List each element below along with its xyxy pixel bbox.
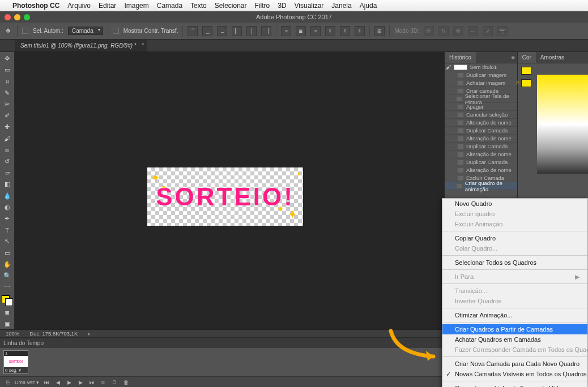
edit-toolbar[interactable]: ⋯ — [1, 282, 14, 293]
menu-item[interactable]: Copiar Quadro — [442, 233, 587, 243]
auto-select-dropdown[interactable]: Camada — [68, 27, 103, 35]
menu-item[interactable]: Selecionar Todos os Quadros — [442, 257, 587, 268]
history-step[interactable]: Duplicar imagem — [445, 71, 517, 79]
distribute-bottom-button[interactable]: ≡ — [310, 26, 321, 36]
first-frame-button[interactable]: ⏮ — [42, 379, 50, 386]
convert-timeline-icon[interactable]: ⎘ — [3, 379, 11, 386]
blur-tool[interactable]: 💧 — [1, 190, 14, 201]
menu-filtro[interactable]: Filtro — [254, 2, 270, 10]
align-right-button[interactable]: ▕ — [261, 26, 271, 36]
gradient-tool[interactable]: ◧ — [1, 179, 14, 190]
shape-tool[interactable]: ▭ — [1, 247, 14, 258]
spot-heal-tool[interactable]: ✚ — [1, 122, 14, 132]
screen-mode-button[interactable]: ▣ — [1, 319, 14, 329]
align-vmiddle-button[interactable]: ⎯ — [202, 26, 212, 36]
menu-item[interactable]: Achatar Quadros em Camadas — [442, 334, 587, 345]
history-panel-menu-icon[interactable]: ≡ — [509, 54, 517, 61]
timeline-flyout-menu[interactable]: Novo QuadroExcluir quadroExcluir Animaçã… — [442, 198, 588, 387]
new-frame-button[interactable]: 🗋 — [110, 379, 118, 386]
eraser-tool[interactable]: ▱ — [1, 167, 14, 178]
app-name[interactable]: Photoshop CC — [12, 2, 59, 10]
distribute-right-button[interactable]: ⦀ — [355, 26, 365, 36]
crop-tool[interactable]: ✂ — [1, 99, 14, 110]
history-step[interactable]: Selecionar Tela de Pintura — [445, 95, 517, 103]
menu-camada[interactable]: Camada — [157, 2, 182, 10]
animation-frame[interactable]: 1 SORTEIO! 0 seg. ▾ — [3, 350, 28, 374]
next-frame-button[interactable]: ▶ — [76, 379, 84, 386]
menu-item[interactable]: Otimizar Animação... — [442, 310, 587, 320]
distribute-top-button[interactable]: ≡ — [281, 26, 291, 36]
menu-texto[interactable]: Texto — [190, 2, 207, 10]
document-tab[interactable]: Sem título1 @ 100% (figura11.png, RGB/8#… — [15, 40, 147, 51]
path-select-tool[interactable]: ↖ — [1, 236, 14, 247]
move-tool[interactable]: ✥ — [1, 53, 14, 64]
menu-3d[interactable]: 3D — [278, 2, 286, 10]
history-brush-tool[interactable]: ↺ — [1, 156, 14, 167]
close-tab-icon[interactable]: × — [141, 41, 144, 47]
auto-select-checkbox[interactable] — [22, 28, 28, 34]
canvas-area[interactable]: ✦ ✦ ✦ ✦ ✦ SORTEIO! — [15, 52, 445, 329]
color-swatches[interactable] — [2, 295, 13, 306]
tween-button[interactable]: ⧈ — [99, 379, 107, 386]
zoom-level[interactable]: 100% — [6, 330, 19, 337]
history-step[interactable]: Duplicar Camada — [445, 143, 517, 150]
prev-frame-button[interactable]: ◀ — [54, 379, 62, 386]
menu-visualizar[interactable]: Visualizar — [295, 2, 324, 10]
history-step[interactable]: Alteração de nome — [445, 150, 517, 158]
distribute-vmiddle-button[interactable]: ≣ — [296, 26, 306, 36]
color-panel-tab[interactable]: Cor — [518, 52, 536, 63]
history-step[interactable]: Alteração de nome — [445, 119, 517, 127]
history-step[interactable]: Duplicar Camada — [445, 158, 517, 166]
maximize-window-button[interactable] — [24, 14, 30, 20]
history-step[interactable]: Criar quadro de animação — [445, 182, 517, 190]
close-window-button[interactable] — [5, 14, 11, 20]
menu-item[interactable]: Novas Camadas Visíveis em Todos os Quadr… — [442, 369, 587, 379]
menu-janela[interactable]: Janela — [331, 2, 351, 10]
loop-dropdown[interactable]: Uma vez ▾ — [15, 380, 39, 385]
history-snapshot[interactable]: 🖌 Sem título1 — [445, 63, 517, 71]
dodge-tool[interactable]: ◐ — [1, 202, 14, 213]
align-bottom-button[interactable]: ⎽ — [217, 26, 227, 36]
menu-item[interactable]: Criar Nova Camada para Cada Novo Quadro — [442, 359, 587, 369]
auto-align-button[interactable]: ⊞ — [374, 26, 385, 36]
timeline-panel-tab[interactable]: Linha do Tempo — [3, 340, 44, 346]
play-button[interactable]: ▶ — [65, 379, 73, 386]
lasso-tool[interactable]: ⌗ — [1, 76, 14, 87]
brush-tool[interactable]: 🖌 — [1, 133, 14, 144]
color-panel[interactable] — [518, 63, 588, 177]
color-fg-box[interactable] — [521, 67, 531, 75]
menu-selecionar[interactable]: Selecionar — [215, 2, 247, 10]
eyedropper-tool[interactable]: ✐ — [1, 110, 14, 121]
statusbar-menu-icon[interactable]: ▸ — [88, 330, 91, 337]
history-step[interactable]: Alteração de nome — [445, 166, 517, 174]
history-step[interactable]: Alteração de nome — [445, 135, 517, 143]
history-step[interactable]: Cancelar seleção — [445, 111, 517, 119]
quick-mask-button[interactable]: ◙ — [1, 307, 14, 317]
history-panel-tab[interactable]: Histórico — [445, 52, 476, 63]
background-color[interactable] — [5, 298, 13, 306]
menu-item[interactable]: Novo Quadro — [442, 199, 587, 209]
menu-item[interactable]: Criar Quadros a Partir de Camadas — [442, 324, 587, 334]
doc-size-info[interactable]: Doc: 175,8K/703,1K — [29, 330, 78, 337]
clone-stamp-tool[interactable]: ⧈ — [1, 145, 14, 156]
color-picker-ramp[interactable] — [537, 75, 588, 174]
menu-arquivo[interactable]: Arquivo — [67, 2, 91, 10]
last-frame-button[interactable]: ⏭ — [88, 379, 96, 386]
pen-tool[interactable]: ✒ — [1, 213, 14, 224]
history-step[interactable]: Duplicar Camada — [445, 127, 517, 135]
history-step[interactable]: Achatar imagem — [445, 79, 517, 87]
align-top-button[interactable]: ⎺ — [188, 26, 198, 36]
zoom-tool[interactable]: 🔍 — [1, 270, 14, 281]
document-canvas[interactable]: ✦ ✦ ✦ ✦ ✦ SORTEIO! — [147, 167, 303, 226]
hand-tool[interactable]: ✋ — [1, 259, 14, 270]
quick-select-tool[interactable]: ✎ — [1, 88, 14, 98]
delete-frame-button[interactable]: 🗑 — [122, 379, 130, 386]
menu-item[interactable]: Converter em Linha do Tempo de Vídeo — [442, 383, 587, 387]
color-bg-box[interactable] — [521, 79, 531, 87]
align-hcenter-button[interactable]: │ — [246, 26, 257, 36]
swatches-panel-tab[interactable]: Amostras — [536, 52, 569, 63]
distribute-left-button[interactable]: ⦀ — [325, 26, 335, 36]
marquee-tool[interactable]: ▭ — [1, 64, 14, 75]
type-tool[interactable]: T — [1, 225, 14, 235]
menu-editar[interactable]: Editar — [99, 2, 116, 10]
